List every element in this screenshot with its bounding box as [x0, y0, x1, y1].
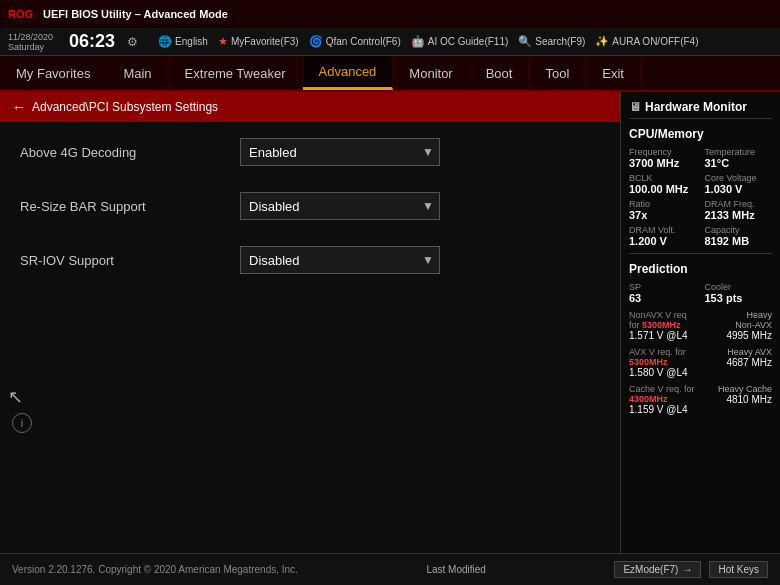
info-icon: i [12, 413, 32, 433]
copyright-text: Version 2.20.1276. Copyright © 2020 Amer… [12, 564, 298, 575]
nav-extreme-tweaker[interactable]: Extreme Tweaker [169, 56, 303, 90]
pred-cache-speed: 4810 MHz [718, 394, 772, 405]
search-icon: 🔍 [518, 35, 532, 48]
aura-icon: ✨ [595, 35, 609, 48]
nav-exit[interactable]: Exit [586, 56, 641, 90]
bottom-right-buttons: EzMode(F7) → Hot Keys [614, 561, 768, 578]
setting-row-above4g: Above 4G Decoding Enabled Disabled ▼ [20, 134, 600, 170]
nav-menu: My Favorites Main Extreme Tweaker Advanc… [0, 56, 780, 92]
star-icon: ★ [218, 35, 228, 48]
hw-monitor-header: 🖥 Hardware Monitor [629, 100, 772, 119]
fan-icon: 🌀 [309, 35, 323, 48]
nav-tool[interactable]: Tool [529, 56, 586, 90]
stat-bclk: BCLK 100.00 MHz [629, 173, 697, 195]
time-bar: 11/28/2020 Saturday 06:23 ⚙ 🌐 English ★ … [0, 28, 780, 56]
stat-cooler: Cooler 153 pts [705, 282, 773, 304]
pred-avx-speed: 4687 MHz [726, 357, 772, 368]
qfan-btn[interactable]: 🌀 Qfan Control(F6) [309, 35, 401, 48]
stat-core-voltage: Core Voltage 1.030 V [705, 173, 773, 195]
setting-label-resize-bar: Re-Size BAR Support [20, 199, 240, 214]
ai-icon: 🤖 [411, 35, 425, 48]
main-panel: ← Advanced\PCI Subsystem Settings Above … [0, 92, 620, 553]
stat-sp: SP 63 [629, 282, 697, 304]
gear-icon[interactable]: ⚙ [127, 35, 138, 49]
aura-btn[interactable]: ✨ AURA ON/OFF(F4) [595, 35, 698, 48]
divider-1 [629, 253, 772, 254]
back-button[interactable]: ← [12, 99, 26, 115]
aioc-btn[interactable]: 🤖 AI OC Guide(F11) [411, 35, 509, 48]
setting-label-above4g: Above 4G Decoding [20, 145, 240, 160]
pred-avx-freq: 5300MHz [629, 357, 668, 367]
pred-cache-freq: 4300MHz [629, 394, 668, 404]
content-area: ← Advanced\PCI Subsystem Settings Above … [0, 92, 780, 553]
ezmode-button[interactable]: EzMode(F7) → [614, 561, 701, 578]
prediction-sp-cooler: SP 63 Cooler 153 pts [629, 282, 772, 304]
pred-cache: Cache V req. for 4300MHz 1.159 V @L4 Hea… [629, 384, 772, 415]
bios-title: UEFI BIOS Utility – Advanced Mode [43, 8, 772, 20]
prediction-title: Prediction [629, 262, 772, 276]
select-wrapper-sriov: Enabled Disabled ▼ [240, 246, 440, 274]
myfavorite-btn[interactable]: ★ MyFavorite(F3) [218, 35, 299, 48]
hw-monitor-panel: 🖥 Hardware Monitor CPU/Memory Frequency … [620, 92, 780, 553]
select-above4g[interactable]: Enabled Disabled [240, 138, 440, 166]
pred-nonavx-voltage: 1.571 V @L4 [629, 330, 688, 341]
cpu-memory-stats: Frequency 3700 MHz Temperature 31°C BCLK… [629, 147, 772, 247]
setting-row-sriov: SR-IOV Support Enabled Disabled ▼ [20, 242, 600, 278]
settings-list: Above 4G Decoding Enabled Disabled ▼ Re-… [0, 122, 620, 308]
breadcrumb-text: Advanced\PCI Subsystem Settings [32, 100, 218, 114]
breadcrumb: ← Advanced\PCI Subsystem Settings [0, 92, 620, 122]
stat-temperature: Temperature 31°C [705, 147, 773, 169]
day-label: Saturday [8, 42, 53, 52]
last-modified-label: Last Modified [426, 564, 485, 575]
pred-nonavx: NonAVX V req for 5300MHz 1.571 V @L4 Hea… [629, 310, 772, 341]
pred-avx-voltage: 1.580 V @L4 [629, 367, 688, 378]
stat-dram-freq: DRAM Freq. 2133 MHz [705, 199, 773, 221]
search-btn[interactable]: 🔍 Search(F9) [518, 35, 585, 48]
select-resize-bar[interactable]: Enabled Disabled [240, 192, 440, 220]
nav-advanced[interactable]: Advanced [303, 56, 394, 90]
bottom-bar: Version 2.20.1276. Copyright © 2020 Amer… [0, 553, 780, 585]
rog-logo: ROG [8, 8, 33, 20]
pred-nonavx-freq: 5300MHz [642, 320, 681, 330]
top-bar: ROG UEFI BIOS Utility – Advanced Mode [0, 0, 780, 28]
select-sriov[interactable]: Enabled Disabled [240, 246, 440, 274]
stat-capacity: Capacity 8192 MB [705, 225, 773, 247]
stat-ratio: Ratio 37x [629, 199, 697, 221]
mouse-cursor: ↖ [8, 386, 23, 408]
setting-row-resize-bar: Re-Size BAR Support Enabled Disabled ▼ [20, 188, 600, 224]
globe-icon: 🌐 [158, 35, 172, 48]
monitor-icon: 🖥 [629, 100, 641, 114]
language-selector[interactable]: 🌐 English [158, 35, 208, 48]
arrow-icon: → [682, 564, 692, 575]
stat-dram-volt: DRAM Volt. 1.200 V [629, 225, 697, 247]
pred-avx: AVX V req. for 5300MHz 1.580 V @L4 Heavy… [629, 347, 772, 378]
nav-main[interactable]: Main [107, 56, 168, 90]
select-wrapper-above4g: Enabled Disabled ▼ [240, 138, 440, 166]
nav-boot[interactable]: Boot [470, 56, 530, 90]
pred-cache-voltage: 1.159 V @L4 [629, 404, 695, 415]
date-label: 11/28/2020 [8, 32, 53, 42]
pred-nonavx-speed: 4995 MHz [726, 330, 772, 341]
nav-my-favorites[interactable]: My Favorites [0, 56, 107, 90]
stat-frequency: Frequency 3700 MHz [629, 147, 697, 169]
nav-monitor[interactable]: Monitor [393, 56, 469, 90]
clock-display: 06:23 [69, 31, 115, 52]
select-wrapper-resize-bar: Enabled Disabled ▼ [240, 192, 440, 220]
cpu-memory-title: CPU/Memory [629, 127, 772, 141]
hw-monitor-title: Hardware Monitor [645, 100, 747, 114]
setting-label-sriov: SR-IOV Support [20, 253, 240, 268]
hotkeys-button[interactable]: Hot Keys [709, 561, 768, 578]
